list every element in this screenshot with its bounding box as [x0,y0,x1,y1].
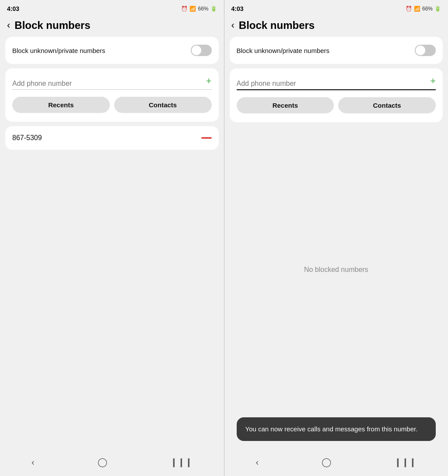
left-content: Block unknown/private numbers + Recents … [0,37,224,450]
right-nav-back-icon[interactable]: ‹ [256,457,259,467]
right-toggle-label: Block unknown/private numbers [237,47,330,54]
left-back-button[interactable]: ‹ [7,20,10,31]
left-status-icons: ⏰ 📶 66% 🔋 [181,6,217,12]
left-buttons-row: Recents Contacts [12,97,212,113]
right-plus-icon[interactable]: + [430,75,436,88]
left-toggle-card: Block unknown/private numbers [5,37,219,64]
left-phone-input[interactable] [12,80,203,88]
right-back-button[interactable]: ‹ [231,20,234,31]
right-toast: You can now receive calls and messages f… [237,417,436,441]
toast-message: You can now receive calls and messages f… [245,425,418,433]
left-status-bar: 4:03 ⏰ 📶 66% 🔋 [0,0,224,16]
left-nav-home-icon[interactable]: ◯ [98,457,107,467]
left-nav-recent-icon[interactable]: ❙❙❙ [170,457,192,467]
blocked-number-text: 867-5309 [12,134,42,142]
right-nav-home-icon[interactable]: ◯ [322,457,331,467]
left-toggle-row: Block unknown/private numbers [12,37,212,64]
right-empty-text: No blocked numbers [304,266,368,274]
alarm-icon: ⏰ [181,6,188,12]
left-nav-back-icon[interactable]: ‹ [32,457,35,467]
remove-button[interactable] [201,137,212,139]
left-toggle-label: Block unknown/private numbers [12,47,105,54]
right-battery: 66% [422,6,433,12]
battery-icon: 🔋 [210,6,217,12]
right-status-icons: ⏰ 📶 66% 🔋 [406,6,441,12]
right-wifi-icon: 📶 [414,6,420,12]
left-page-title: Block numbers [14,19,90,32]
right-nav-recent-icon[interactable]: ❙❙❙ [394,457,416,467]
right-input-card: + Recents Contacts [230,68,443,122]
left-input-card: + Recents Contacts [5,68,219,122]
right-page-title: Block numbers [239,19,315,32]
left-input-row: + [12,75,212,90]
right-top-bar: ‹ Block numbers [224,16,448,37]
right-content: Block unknown/private numbers + Recents … [224,37,448,450]
right-empty-state: No blocked numbers [230,127,443,413]
left-plus-icon[interactable]: + [206,75,212,88]
right-toggle-switch[interactable] [415,45,436,56]
right-status-bar: 4:03 ⏰ 📶 66% 🔋 [224,0,448,16]
right-phone-input[interactable] [237,80,427,88]
left-nav-bar: ‹ ◯ ❙❙❙ [0,450,224,476]
right-recents-button[interactable]: Recents [237,97,334,113]
right-input-row: + [237,75,436,90]
right-toggle-card: Block unknown/private numbers [230,37,443,64]
right-phone-screen: 4:03 ⏰ 📶 66% 🔋 ‹ Block numbers Block unk… [224,0,448,476]
left-phone-screen: 4:03 ⏰ 📶 66% 🔋 ‹ Block numbers Block unk… [0,0,224,476]
table-row: 867-5309 [12,126,212,150]
left-recents-button[interactable]: Recents [12,97,110,113]
left-top-bar: ‹ Block numbers [0,16,224,37]
right-buttons-row: Recents Contacts [237,97,436,113]
right-nav-bar: ‹ ◯ ❙❙❙ [224,450,448,476]
right-time: 4:03 [231,5,244,12]
left-battery: 66% [198,6,208,12]
right-battery-icon: 🔋 [434,6,441,12]
left-contacts-button[interactable]: Contacts [114,97,212,113]
right-alarm-icon: ⏰ [406,6,412,12]
left-time: 4:03 [7,5,19,12]
right-toggle-row: Block unknown/private numbers [237,37,436,64]
left-blocked-list: 867-5309 [5,126,219,150]
left-toggle-switch[interactable] [191,45,212,56]
wifi-icon: 📶 [189,6,196,12]
right-contacts-button[interactable]: Contacts [338,97,436,113]
